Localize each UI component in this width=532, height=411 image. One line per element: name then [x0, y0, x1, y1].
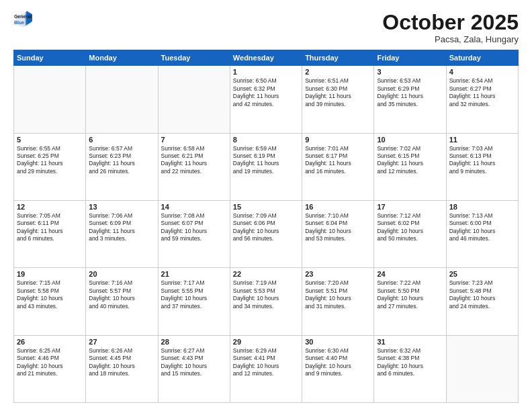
day-number: 7 — [161, 136, 227, 144]
day-number: 19 — [17, 270, 83, 278]
svg-text:General: General — [14, 14, 32, 19]
col-friday: Friday — [374, 50, 446, 66]
cell-info: Sunrise: 7:20 AM Sunset: 5:51 PM Dayligh… — [305, 279, 371, 310]
cell-info: Sunrise: 6:25 AM Sunset: 4:46 PM Dayligh… — [17, 347, 83, 378]
calendar-cell: 10Sunrise: 7:02 AM Sunset: 6:15 PM Dayli… — [374, 133, 446, 200]
calendar-cell: 14Sunrise: 7:08 AM Sunset: 6:07 PM Dayli… — [158, 200, 230, 267]
col-tuesday: Tuesday — [158, 50, 230, 66]
calendar-cell: 6Sunrise: 6:57 AM Sunset: 6:23 PM Daylig… — [86, 133, 158, 200]
cell-info: Sunrise: 7:08 AM Sunset: 6:07 PM Dayligh… — [161, 212, 227, 243]
day-number: 15 — [233, 203, 299, 211]
cell-info: Sunrise: 6:55 AM Sunset: 6:25 PM Dayligh… — [17, 145, 83, 176]
calendar-week-row: 12Sunrise: 7:05 AM Sunset: 6:11 PM Dayli… — [14, 200, 519, 267]
day-number: 4 — [449, 68, 515, 76]
day-number: 5 — [17, 136, 83, 144]
location: Pacsa, Zala, Hungary — [382, 34, 519, 44]
calendar-cell: 22Sunrise: 7:19 AM Sunset: 5:53 PM Dayli… — [230, 268, 302, 335]
calendar-cell: 7Sunrise: 6:58 AM Sunset: 6:21 PM Daylig… — [158, 133, 230, 200]
calendar-cell: 2Sunrise: 6:51 AM Sunset: 6:30 PM Daylig… — [302, 66, 374, 133]
day-number: 6 — [89, 136, 154, 144]
calendar-cell: 12Sunrise: 7:05 AM Sunset: 6:11 PM Dayli… — [14, 200, 86, 267]
calendar-cell: 28Sunrise: 6:27 AM Sunset: 4:43 PM Dayli… — [158, 335, 230, 402]
calendar-cell: 23Sunrise: 7:20 AM Sunset: 5:51 PM Dayli… — [302, 268, 374, 335]
col-sunday: Sunday — [14, 50, 86, 66]
logo: General Blue — [13, 11, 32, 30]
col-thursday: Thursday — [302, 50, 374, 66]
day-number: 9 — [305, 136, 371, 144]
cell-info: Sunrise: 7:03 AM Sunset: 6:13 PM Dayligh… — [449, 145, 515, 176]
day-number: 1 — [233, 68, 299, 76]
calendar-cell: 17Sunrise: 7:12 AM Sunset: 6:02 PM Dayli… — [374, 200, 446, 267]
day-number: 18 — [449, 203, 515, 211]
cell-info: Sunrise: 7:19 AM Sunset: 5:53 PM Dayligh… — [233, 279, 299, 310]
col-saturday: Saturday — [446, 50, 518, 66]
cell-info: Sunrise: 6:30 AM Sunset: 4:40 PM Dayligh… — [305, 347, 371, 378]
day-number: 29 — [233, 338, 299, 346]
calendar-cell: 11Sunrise: 7:03 AM Sunset: 6:13 PM Dayli… — [446, 133, 518, 200]
cell-info: Sunrise: 6:51 AM Sunset: 6:30 PM Dayligh… — [305, 77, 371, 108]
calendar-cell: 16Sunrise: 7:10 AM Sunset: 6:04 PM Dayli… — [302, 200, 374, 267]
calendar-cell — [14, 66, 86, 133]
day-number: 2 — [305, 68, 371, 76]
day-number: 14 — [161, 203, 227, 211]
col-monday: Monday — [86, 50, 158, 66]
cell-info: Sunrise: 7:15 AM Sunset: 5:58 PM Dayligh… — [17, 279, 83, 310]
calendar-cell: 21Sunrise: 7:17 AM Sunset: 5:55 PM Dayli… — [158, 268, 230, 335]
col-wednesday: Wednesday — [230, 50, 302, 66]
cell-info: Sunrise: 6:57 AM Sunset: 6:23 PM Dayligh… — [89, 145, 154, 176]
cell-info: Sunrise: 7:09 AM Sunset: 6:06 PM Dayligh… — [233, 212, 299, 243]
calendar-cell: 1Sunrise: 6:50 AM Sunset: 6:32 PM Daylig… — [230, 66, 302, 133]
day-number: 22 — [233, 270, 299, 278]
cell-info: Sunrise: 7:02 AM Sunset: 6:15 PM Dayligh… — [377, 145, 443, 176]
day-number: 26 — [17, 338, 83, 346]
day-number: 27 — [89, 338, 154, 346]
calendar-cell: 27Sunrise: 6:26 AM Sunset: 4:45 PM Dayli… — [86, 335, 158, 402]
svg-text:Blue: Blue — [14, 20, 24, 25]
cell-info: Sunrise: 7:13 AM Sunset: 6:00 PM Dayligh… — [449, 212, 515, 243]
page: General Blue October 2025 Pacsa, Zala, H… — [0, 0, 532, 411]
day-number: 30 — [305, 338, 371, 346]
cell-info: Sunrise: 7:10 AM Sunset: 6:04 PM Dayligh… — [305, 212, 371, 243]
day-number: 25 — [449, 270, 515, 278]
day-number: 28 — [161, 338, 227, 346]
cell-info: Sunrise: 6:58 AM Sunset: 6:21 PM Dayligh… — [161, 145, 227, 176]
day-number: 3 — [377, 68, 443, 76]
day-number: 12 — [17, 203, 83, 211]
day-number: 8 — [233, 136, 299, 144]
calendar-cell: 3Sunrise: 6:53 AM Sunset: 6:29 PM Daylig… — [374, 66, 446, 133]
cell-info: Sunrise: 7:16 AM Sunset: 5:57 PM Dayligh… — [89, 279, 154, 310]
calendar-cell: 18Sunrise: 7:13 AM Sunset: 6:00 PM Dayli… — [446, 200, 518, 267]
cell-info: Sunrise: 7:06 AM Sunset: 6:09 PM Dayligh… — [89, 212, 154, 243]
calendar-week-row: 26Sunrise: 6:25 AM Sunset: 4:46 PM Dayli… — [14, 335, 519, 402]
day-number: 23 — [305, 270, 371, 278]
calendar-cell — [158, 66, 230, 133]
day-number: 31 — [377, 338, 443, 346]
calendar-cell: 20Sunrise: 7:16 AM Sunset: 5:57 PM Dayli… — [86, 268, 158, 335]
cell-info: Sunrise: 6:26 AM Sunset: 4:45 PM Dayligh… — [89, 347, 154, 378]
day-number: 20 — [89, 270, 154, 278]
calendar-table: Sunday Monday Tuesday Wednesday Thursday… — [13, 50, 519, 403]
month-title: October 2025 — [382, 11, 519, 34]
cell-info: Sunrise: 6:32 AM Sunset: 4:38 PM Dayligh… — [377, 347, 443, 378]
calendar-cell: 5Sunrise: 6:55 AM Sunset: 6:25 PM Daylig… — [14, 133, 86, 200]
cell-info: Sunrise: 7:22 AM Sunset: 5:50 PM Dayligh… — [377, 279, 443, 310]
calendar-cell: 24Sunrise: 7:22 AM Sunset: 5:50 PM Dayli… — [374, 268, 446, 335]
title-block: October 2025 Pacsa, Zala, Hungary — [382, 11, 519, 44]
day-number: 11 — [449, 136, 515, 144]
calendar-cell: 31Sunrise: 6:32 AM Sunset: 4:38 PM Dayli… — [374, 335, 446, 402]
day-number: 13 — [89, 203, 154, 211]
calendar-cell: 8Sunrise: 6:59 AM Sunset: 6:19 PM Daylig… — [230, 133, 302, 200]
calendar-cell: 30Sunrise: 6:30 AM Sunset: 4:40 PM Dayli… — [302, 335, 374, 402]
header: General Blue October 2025 Pacsa, Zala, H… — [13, 11, 519, 44]
calendar-week-row: 1Sunrise: 6:50 AM Sunset: 6:32 PM Daylig… — [14, 66, 519, 133]
calendar-cell: 9Sunrise: 7:01 AM Sunset: 6:17 PM Daylig… — [302, 133, 374, 200]
day-number: 24 — [377, 270, 443, 278]
calendar-cell: 26Sunrise: 6:25 AM Sunset: 4:46 PM Dayli… — [14, 335, 86, 402]
calendar-cell: 19Sunrise: 7:15 AM Sunset: 5:58 PM Dayli… — [14, 268, 86, 335]
cell-info: Sunrise: 7:01 AM Sunset: 6:17 PM Dayligh… — [305, 145, 371, 176]
cell-info: Sunrise: 7:17 AM Sunset: 5:55 PM Dayligh… — [161, 279, 227, 310]
cell-info: Sunrise: 7:05 AM Sunset: 6:11 PM Dayligh… — [17, 212, 83, 243]
calendar-cell: 4Sunrise: 6:54 AM Sunset: 6:27 PM Daylig… — [446, 66, 518, 133]
day-number: 16 — [305, 203, 371, 211]
cell-info: Sunrise: 7:23 AM Sunset: 5:48 PM Dayligh… — [449, 279, 515, 310]
